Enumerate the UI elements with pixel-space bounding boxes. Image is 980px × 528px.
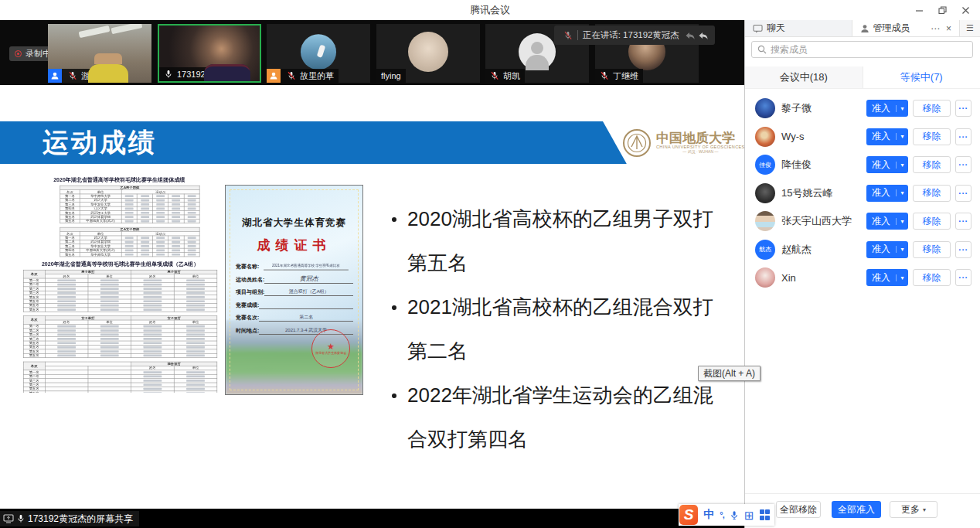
more-dropdown-icon: ▾ (923, 506, 926, 513)
mic-muted-icon (599, 71, 609, 81)
remove-button[interactable]: 移除 (913, 269, 951, 286)
restore-button[interactable] (931, 0, 954, 20)
reply-arrow-icon[interactable] (684, 30, 696, 41)
video-tile[interactable]: flying (376, 24, 480, 83)
footer-more-button[interactable]: 更多 ▾ (890, 501, 937, 518)
admit-dropdown-icon[interactable]: ▾ (896, 246, 908, 253)
slide-bullets: 2020湖北省高校杯的乙组男子双打 第五名 2021湖北省高校杯的乙组混合双打 … (390, 197, 740, 462)
bullet-line: 2020湖北省高校杯的乙组男子双打 (390, 197, 740, 241)
admit-button[interactable]: 准入▾ (866, 128, 908, 145)
ime-keyboard-icon[interactable]: ⊞ (744, 509, 754, 521)
participant-name: 173192黄冠杰 (175, 69, 231, 80)
mic-muted-icon (563, 30, 573, 40)
certificate-title: 成绩证书 (226, 237, 362, 254)
admit-button[interactable]: 准入▾ (866, 269, 908, 286)
table-group-title: 2020年湖北省普通高等学校羽毛球比赛学生组单项成绩（乙A组） (23, 261, 217, 268)
admit-dropdown-icon[interactable]: ▾ (896, 162, 908, 169)
logo-cn-text: 中国地质大学 (656, 131, 745, 145)
panel-footer: 全部移除 全部准入 更多 ▾ (745, 493, 980, 528)
bullet-line: 2021湖北省高校杯的乙组混合双打 (390, 285, 740, 329)
row-more-button[interactable]: ··· (955, 269, 971, 286)
admit-all-button[interactable]: 全部准入 (832, 501, 881, 518)
certificate-field: 竞赛名称: 2021年湖北省普通高等学校 学生羽毛球比赛 (236, 263, 353, 271)
avatar (755, 211, 775, 231)
video-tile[interactable]: 游茂林 (48, 24, 151, 83)
tab-in-meeting[interactable]: 会议中(18) (745, 66, 863, 88)
member-filter-tabs: 会议中(18) 等候中(7) (745, 66, 980, 89)
panel-more-icon[interactable]: ⋯ (931, 25, 940, 32)
admit-button[interactable]: 准入▾ (866, 213, 908, 230)
participant-avatar (519, 33, 556, 70)
remove-button[interactable]: 移除 (913, 185, 951, 202)
admit-button[interactable]: 准入▾ (866, 156, 908, 173)
row-more-button[interactable]: ··· (955, 156, 971, 173)
search-input[interactable] (771, 44, 967, 55)
row-more-button[interactable]: ··· (955, 213, 971, 230)
avatar (755, 183, 775, 203)
divider (577, 30, 578, 40)
tab-manage-members[interactable]: 管理成员 ⋯ × (852, 20, 960, 36)
participant-avatar (408, 32, 448, 72)
ime-voice-icon[interactable] (730, 510, 739, 520)
avatar: 航杰 (755, 240, 775, 260)
certificate-image: 湖北省大学生体育竞赛 成绩证书 竞赛名称: 2021年湖北省普通高等学校 学生羽… (225, 185, 363, 395)
bottom-bar: 173192黄冠杰的屏幕共享 (0, 509, 744, 528)
ime-toolbox-icon[interactable] (760, 509, 771, 520)
participant-name: 游茂林 (80, 70, 107, 82)
member-search[interactable] (751, 41, 973, 58)
team-results-table: 乙A男子团体名次单位运动员第一名华中师范大学第二名武汉大学第三名华中农业大学第四… (60, 186, 200, 223)
admit-button[interactable]: 准入▾ (866, 100, 908, 117)
video-tile[interactable]: 故里的草 (267, 24, 370, 83)
member-row: Wy-s 准入▾ 移除 ··· (745, 123, 980, 152)
event-results-table: 名次混合双打姓名单位第一名第二名第三名第三名第五名第五名第五名第五名 (23, 362, 217, 393)
avatar: 佳俊 (755, 155, 775, 175)
reply-arrow-icon[interactable] (697, 30, 709, 41)
share-label: 173192黄冠杰的屏幕共享 (28, 513, 133, 526)
admit-button[interactable]: 准入▾ (866, 241, 908, 258)
remove-button[interactable]: 移除 (913, 156, 951, 173)
panel-close-icon[interactable]: × (946, 25, 951, 32)
tab-chat[interactable]: 聊天 (745, 20, 852, 36)
avatar (755, 127, 775, 147)
admit-button[interactable]: 准入▾ (866, 185, 908, 202)
row-more-button[interactable]: ··· (955, 241, 971, 258)
event-results-table: 名次男子单打男子双打姓名单位姓名单位第一名第二名第三名第三名第五名第五名第五名第… (23, 270, 217, 312)
remove-button[interactable]: 移除 (913, 213, 951, 230)
tab-waiting[interactable]: 等候中(7) (863, 66, 980, 88)
admit-dropdown-icon[interactable]: ▾ (896, 218, 908, 225)
participant-avatar (301, 34, 336, 70)
row-more-button[interactable]: ··· (955, 100, 971, 117)
row-more-button[interactable]: ··· (955, 128, 971, 145)
remove-button[interactable]: 移除 (913, 128, 951, 145)
minimize-button[interactable] (907, 0, 931, 20)
admit-dropdown-icon[interactable]: ▾ (896, 274, 908, 281)
admit-dropdown-icon[interactable]: ▾ (896, 133, 908, 140)
active-speaker-toast: 正在讲话: 173192黄冠杰 (554, 26, 715, 45)
red-seal: ★ 湖北省大学生体育协会 (311, 329, 350, 368)
ime-punctuation-toggle[interactable]: °, (720, 510, 723, 519)
admit-dropdown-icon[interactable]: ▾ (896, 189, 908, 196)
remove-button[interactable]: 移除 (913, 100, 951, 117)
admit-dropdown-icon[interactable]: ▾ (896, 105, 908, 112)
panel-tab-bar: 聊天 管理成员 ⋯ × ☰ (745, 20, 980, 37)
team-results-table: 乙A女子团体名次单位运动员第一名武汉大学第二名武汉体育学院第三名华中农业大学第四… (60, 227, 200, 257)
restore-icon (938, 6, 947, 15)
remove-button[interactable]: 移除 (913, 241, 951, 258)
member-name: 降佳俊 (781, 158, 812, 172)
slide-title-banner: 运动成绩 中国地质大学 CHINA UNIVERSITY OF GEOSCIEN… (0, 121, 744, 164)
participant-name: 胡凯 (502, 70, 520, 82)
sogou-logo-icon[interactable]: S (679, 505, 698, 525)
row-more-button[interactable]: ··· (955, 185, 971, 202)
close-button[interactable] (954, 0, 977, 20)
ime-mode-toggle[interactable]: 中 (703, 508, 714, 522)
panel-menu-icon[interactable]: ☰ (959, 20, 980, 36)
remove-all-button[interactable]: 全部移除 (776, 501, 821, 518)
title-bar: 腾讯会议 (0, 0, 980, 20)
members-icon (860, 24, 869, 33)
member-name: 张天宇山西大学 (781, 214, 852, 228)
screen-share-indicator[interactable]: 173192黄冠杰的屏幕共享 (0, 511, 139, 526)
participant-name: 丁继维 (611, 70, 638, 82)
member-name: 15号姚云峰 (781, 186, 832, 200)
certificate-org: 湖北省大学生体育竞赛 (226, 216, 362, 230)
video-tile-active-speaker[interactable]: 173192黄冠杰 (158, 24, 261, 83)
